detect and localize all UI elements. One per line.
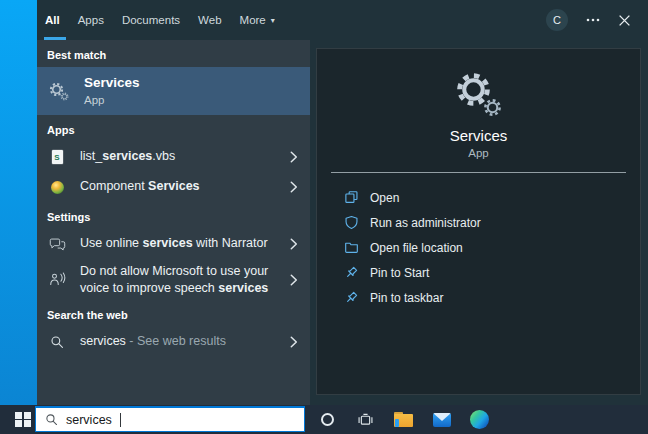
separator — [331, 172, 626, 173]
section-header: Best match — [37, 40, 310, 67]
result-text-segment: Services — [148, 179, 199, 193]
action-label: Open — [370, 191, 399, 205]
avatar-initial: C — [553, 14, 561, 26]
taskbar-mail-icon[interactable] — [432, 413, 451, 427]
result-item[interactable]: Component Services — [37, 172, 310, 202]
results-panel: Best matchServicesAppAppsSlist_services.… — [37, 40, 310, 405]
windows-logo-icon — [15, 412, 31, 428]
close-icon[interactable] — [618, 14, 631, 27]
result-item[interactable]: services - See web results — [37, 327, 310, 357]
section-header: Search the web — [37, 300, 310, 327]
preview-panel: Services App OpenRun as administratorOpe… — [316, 48, 641, 395]
action-pin-to-start[interactable]: Pin to Start — [317, 260, 640, 285]
action-label: Open file location — [370, 241, 463, 255]
open-window-icon — [343, 190, 359, 205]
taskbar-icons — [318, 405, 489, 434]
result-text-segment: services — [80, 334, 126, 348]
result-text-segment: services — [143, 236, 193, 250]
taskbar-edge-icon[interactable] — [470, 410, 489, 429]
chevron-down-icon: ▾ — [271, 16, 275, 25]
narrator-icon — [47, 237, 67, 252]
app-subtitle: App — [317, 147, 640, 159]
vbs-file-icon: S — [47, 150, 67, 164]
action-label: Run as administrator — [370, 216, 481, 230]
web-search-icon — [47, 335, 67, 349]
action-run-as-administrator[interactable]: Run as administrator — [317, 210, 640, 235]
services-gear-icon — [317, 71, 640, 117]
screen: AllAppsDocumentsWebMore▾ C Best matchSer… — [0, 0, 648, 434]
chevron-right-icon[interactable] — [290, 238, 298, 250]
result-text: list_services.vbs — [80, 149, 277, 165]
component-services-icon — [47, 181, 67, 194]
chevron-right-icon[interactable] — [290, 181, 298, 193]
tab-more[interactable]: More▾ — [240, 0, 275, 40]
search-icon — [45, 413, 58, 426]
tab-web[interactable]: Web — [198, 0, 221, 40]
best-match-subtitle: App — [84, 93, 298, 108]
taskbar-cortana-icon[interactable] — [318, 413, 337, 426]
file-location-icon — [343, 240, 359, 255]
result-item[interactable]: Do not allow Microsoft to use your voice… — [37, 259, 310, 300]
tab-documents[interactable]: Documents — [122, 0, 180, 40]
more-options-icon[interactable] — [586, 18, 600, 22]
account-avatar[interactable]: C — [546, 9, 568, 31]
result-text: services - See web results — [80, 334, 277, 350]
admin-shield-icon — [343, 215, 359, 230]
result-text-segment: .vbs — [152, 149, 175, 163]
action-pin-to-taskbar[interactable]: Pin to taskbar — [317, 285, 640, 310]
tab-label: Documents — [122, 14, 180, 26]
tab-label: Apps — [78, 14, 104, 26]
tab-apps[interactable]: Apps — [78, 0, 104, 40]
action-label: Pin to Start — [370, 266, 429, 280]
app-title: Services — [317, 127, 640, 144]
topbar-controls: C — [546, 0, 648, 40]
best-match-title: Services — [84, 74, 298, 91]
taskbar-file-explorer-icon[interactable] — [394, 412, 413, 427]
search-tab-bar: AllAppsDocumentsWebMore▾ C — [37, 0, 648, 40]
tab-all[interactable]: All — [45, 0, 60, 40]
result-text-segment: services — [102, 149, 152, 163]
result-text-segment: Component — [80, 179, 148, 193]
section-header: Settings — [37, 202, 310, 229]
result-text: ServicesApp — [84, 74, 298, 108]
action-list: OpenRun as administratorOpen file locati… — [317, 185, 640, 310]
tab-label: Web — [198, 14, 221, 26]
action-open[interactable]: Open — [317, 185, 640, 210]
result-text: Use online services with Narrator — [80, 236, 277, 252]
result-text: Do not allow Microsoft to use your voice… — [80, 259, 277, 300]
start-button[interactable] — [9, 405, 37, 434]
result-text-segment: list_ — [80, 149, 102, 163]
result-item[interactable]: Slist_services.vbs — [37, 142, 310, 172]
taskbar-search-box[interactable]: services — [35, 406, 305, 432]
text-caret — [120, 413, 121, 427]
chevron-right-icon[interactable] — [290, 151, 298, 163]
action-label: Pin to taskbar — [370, 291, 443, 305]
action-open-file-location[interactable]: Open file location — [317, 235, 640, 260]
speech-voice-icon — [47, 272, 67, 287]
result-text-segment: Use online — [80, 236, 143, 250]
search-input-value: services — [66, 413, 112, 427]
taskbar: services — [0, 405, 648, 434]
section-header: Apps — [37, 115, 310, 142]
pin-icon — [343, 290, 359, 305]
tab-label: All — [45, 14, 60, 26]
chevron-right-icon[interactable] — [290, 336, 298, 348]
services-gears-icon — [47, 81, 71, 101]
result-item[interactable]: Use online services with Narrator — [37, 229, 310, 259]
result-text-segment: services — [218, 281, 268, 295]
tab-label: More — [240, 14, 266, 26]
result-text-segment: with Narrator — [193, 236, 268, 250]
search-flyout-window: AllAppsDocumentsWebMore▾ C Best matchSer… — [37, 0, 648, 405]
desktop-wallpaper — [0, 0, 37, 405]
result-text: Component Services — [80, 179, 277, 195]
taskbar-task-view-icon[interactable] — [356, 412, 375, 428]
result-best-match[interactable]: ServicesApp — [37, 67, 310, 115]
result-text-segment: - See web results — [126, 334, 226, 348]
chevron-right-icon[interactable] — [290, 274, 298, 286]
pin-icon — [343, 265, 359, 280]
